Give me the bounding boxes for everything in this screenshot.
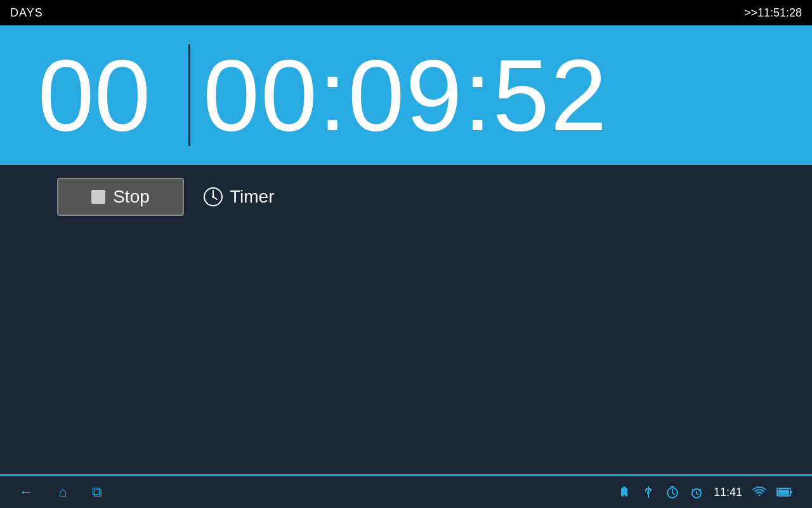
svg-rect-11	[647, 491, 650, 494]
clock-time: 11:41	[714, 486, 742, 499]
svg-rect-5	[623, 486, 625, 488]
svg-point-3	[212, 196, 214, 198]
timer-clock-icon	[203, 187, 223, 207]
svg-rect-23	[790, 491, 792, 493]
svg-point-6	[623, 495, 625, 497]
nav-right: 11:41	[617, 485, 793, 499]
back-button[interactable]	[19, 484, 33, 500]
system-time: >>11:51:28	[744, 6, 802, 20]
top-status-bar: DAYS >>11:51:28	[0, 0, 812, 25]
timer-display: 00 00:09:52	[0, 25, 812, 165]
days-label: DAYS	[10, 6, 43, 20]
battery-icon	[776, 485, 793, 499]
android-icon	[617, 485, 631, 499]
alarm-icon	[690, 485, 704, 499]
days-value: 00	[0, 44, 190, 146]
svg-line-14	[672, 493, 675, 495]
svg-rect-22	[778, 490, 789, 495]
recents-button[interactable]	[92, 484, 102, 500]
timer-link[interactable]: Timer	[203, 187, 275, 207]
controls-area: Stop Timer	[0, 165, 812, 229]
time-value: 00:09:52	[190, 44, 812, 146]
stop-label: Stop	[113, 187, 150, 207]
wifi-icon	[752, 485, 766, 499]
nav-left	[19, 484, 102, 500]
timer-label: Timer	[230, 187, 275, 207]
bottom-navigation-bar: 11:41	[0, 476, 812, 508]
timer-status-icon	[665, 485, 679, 499]
home-button[interactable]	[58, 484, 67, 500]
stop-icon	[91, 190, 105, 204]
usb-icon	[641, 485, 655, 499]
stop-button[interactable]: Stop	[57, 178, 184, 216]
svg-line-18	[697, 493, 698, 495]
